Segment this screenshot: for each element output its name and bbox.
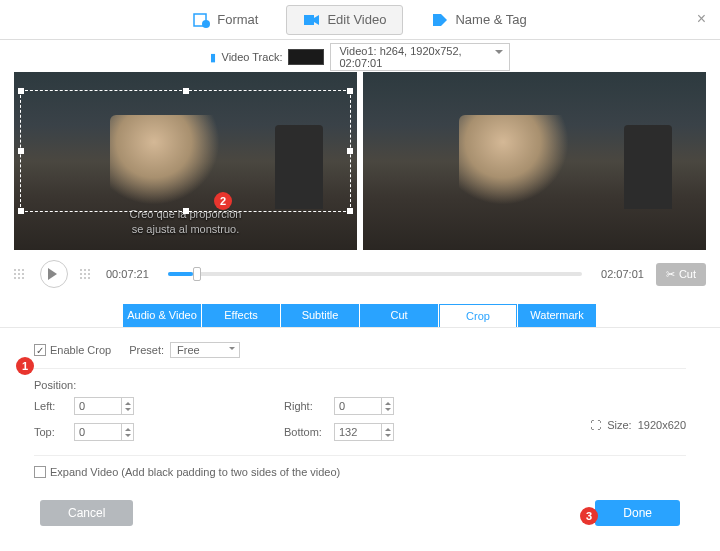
size-label: Size: bbox=[607, 419, 631, 431]
position-label: Position: bbox=[34, 379, 686, 391]
footer: Cancel Done bbox=[0, 490, 720, 526]
top-input[interactable]: 0 bbox=[74, 423, 122, 441]
sub-tabs: Audio & Video Effects Subtitle Cut Crop … bbox=[0, 304, 720, 328]
preview-pane: Preview 🔍 bbox=[363, 72, 706, 250]
subtab-effects[interactable]: Effects bbox=[202, 304, 280, 327]
tab-edit-video-label: Edit Video bbox=[327, 12, 386, 27]
subtab-watermark[interactable]: Watermark bbox=[518, 304, 596, 327]
video-track-thumb bbox=[288, 49, 324, 65]
size-icon: ⛶ bbox=[590, 419, 601, 431]
bottom-input[interactable]: 132 bbox=[334, 423, 382, 441]
top-label: Top: bbox=[34, 426, 74, 438]
video-track-label: Video Track: bbox=[222, 51, 283, 63]
subtab-subtitle[interactable]: Subtitle bbox=[281, 304, 359, 327]
top-stepper[interactable] bbox=[122, 423, 134, 441]
total-time: 02:07:01 bbox=[594, 268, 644, 280]
svg-rect-2 bbox=[304, 15, 314, 25]
current-time: 00:07:21 bbox=[106, 268, 156, 280]
format-icon bbox=[193, 12, 211, 28]
tab-format[interactable]: Format bbox=[177, 6, 274, 34]
left-label: Left: bbox=[34, 400, 74, 412]
subtab-crop[interactable]: Crop bbox=[439, 304, 517, 327]
close-icon[interactable]: × bbox=[697, 10, 706, 28]
bottom-stepper[interactable] bbox=[382, 423, 394, 441]
video-track-select[interactable]: Video1: h264, 1920x752, 02:07:01 bbox=[330, 43, 510, 71]
play-button[interactable] bbox=[40, 260, 68, 288]
expand-video-checkbox[interactable]: Expand Video (Add black padding to two s… bbox=[34, 466, 340, 478]
playback-bar: 00:07:21 02:07:01 ✂ Cut bbox=[0, 250, 720, 300]
seek-slider[interactable] bbox=[168, 272, 582, 276]
tab-name-tag[interactable]: Name & Tag bbox=[415, 6, 542, 34]
size-value: 1920x620 bbox=[638, 419, 686, 431]
video-track-row: ▮ Video Track: Video1: h264, 1920x752, 0… bbox=[0, 44, 720, 70]
left-stepper[interactable] bbox=[122, 397, 134, 415]
preset-select[interactable]: Free bbox=[170, 342, 240, 358]
done-button[interactable]: Done bbox=[595, 500, 680, 526]
subtab-audio-video[interactable]: Audio & Video bbox=[123, 304, 201, 327]
crop-rectangle[interactable] bbox=[20, 90, 351, 212]
right-input[interactable]: 0 bbox=[334, 397, 382, 415]
step-badge-1: 1 bbox=[16, 357, 34, 375]
cut-button[interactable]: ✂ Cut bbox=[656, 263, 706, 286]
left-input[interactable]: 0 bbox=[74, 397, 122, 415]
preset-label: Preset: bbox=[129, 344, 164, 356]
top-tabs: Format Edit Video Name & Tag × bbox=[0, 0, 720, 40]
step-badge-3: 3 bbox=[580, 507, 598, 525]
tab-name-tag-label: Name & Tag bbox=[455, 12, 526, 27]
crop-panel: Enable Crop Preset: Free Position: Left:… bbox=[0, 328, 720, 490]
original-pane[interactable]: ▷ Original Creo que la proporciónse ajus… bbox=[14, 72, 357, 250]
svg-point-1 bbox=[202, 20, 210, 28]
grip-icon bbox=[14, 264, 28, 284]
right-label: Right: bbox=[284, 400, 334, 412]
tab-edit-video[interactable]: Edit Video bbox=[286, 5, 403, 35]
step-badge-2: 2 bbox=[214, 192, 232, 210]
subtab-cut[interactable]: Cut bbox=[360, 304, 438, 327]
bottom-label: Bottom: bbox=[284, 426, 334, 438]
name-tag-icon bbox=[431, 12, 449, 28]
right-stepper[interactable] bbox=[382, 397, 394, 415]
tab-format-label: Format bbox=[217, 12, 258, 27]
edit-video-icon bbox=[303, 12, 321, 28]
enable-crop-checkbox[interactable]: Enable Crop bbox=[34, 344, 111, 356]
cancel-button[interactable]: Cancel bbox=[40, 500, 133, 526]
grip-icon bbox=[80, 264, 94, 284]
